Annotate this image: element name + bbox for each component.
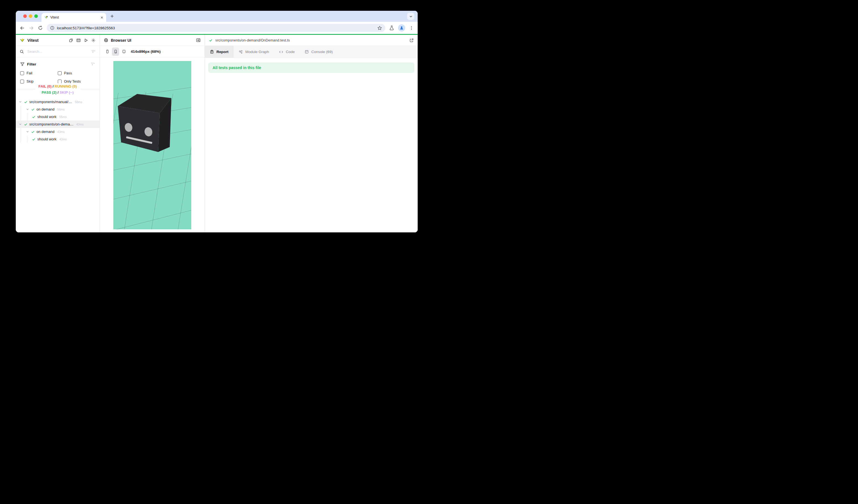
filter-funnel-icon <box>20 62 25 66</box>
collapse-panel-icon[interactable] <box>196 38 201 43</box>
current-file-path: src/components/on-demand/OnDemand.test.t… <box>215 38 290 42</box>
url-bar[interactable]: localhost:5173/#/?file=1828625563 <box>47 24 385 32</box>
reload-button[interactable] <box>38 26 43 30</box>
tab-close-icon[interactable] <box>100 16 104 19</box>
browser-ui-title: Browser UI <box>111 38 131 43</box>
open-external-icon[interactable] <box>409 38 414 43</box>
new-tab-button[interactable] <box>110 14 114 18</box>
theme-sun-icon[interactable] <box>91 38 96 43</box>
pass-check-icon <box>32 137 36 141</box>
back-button[interactable] <box>20 26 25 31</box>
pass-check-icon <box>24 123 28 126</box>
tab-code[interactable]: Code <box>274 46 300 58</box>
tab-search-chevron-button[interactable] <box>407 13 414 20</box>
summary-running: RUNNING (0) <box>55 84 77 88</box>
clear-search-filter-icon[interactable] <box>91 49 96 54</box>
summary-skip: SKIP (--) <box>60 91 74 95</box>
filter-option-pass[interactable]: Pass <box>58 71 95 75</box>
forward-button[interactable] <box>29 26 34 31</box>
clipboard-icon <box>210 50 214 54</box>
pass-check-icon <box>24 100 28 104</box>
viewport-size-label: 414x896px (68%) <box>131 49 161 54</box>
indent-guide <box>20 128 21 143</box>
vitest-favicon-icon <box>44 15 48 19</box>
console-icon <box>305 50 309 54</box>
device-phone-plus-button[interactable] <box>112 48 119 56</box>
run-tests-play-icon[interactable] <box>84 38 88 43</box>
module-graph-icon <box>239 50 243 54</box>
site-info-icon[interactable] <box>50 26 54 30</box>
browser-toolbar: localhost:5173/#/?file=1828625563 <box>16 22 418 34</box>
tab-strip: Vitest <box>16 11 418 22</box>
close-window-button[interactable] <box>23 14 27 18</box>
code-icon <box>279 50 283 54</box>
minimize-window-button[interactable] <box>29 14 32 18</box>
experiments-flask-icon[interactable] <box>389 26 394 30</box>
vitest-logo-icon <box>20 37 25 43</box>
report-panel: src/components/on-demand/OnDemand.test.t… <box>205 35 418 232</box>
browser-window: Vitest localhost:5173/#/?file=1828625563 <box>16 11 418 232</box>
ungroup-windows-icon[interactable] <box>69 38 73 43</box>
url-text: localhost:5173/#/?file=1828625563 <box>57 26 375 30</box>
tab-module-graph[interactable]: Module Graph <box>234 46 274 58</box>
profile-avatar[interactable] <box>398 24 405 32</box>
pass-check-icon <box>31 108 35 111</box>
search-input[interactable] <box>27 49 89 54</box>
bookmark-star-icon[interactable] <box>377 26 382 30</box>
tree-row-file-on-demand[interactable]: src/components/on-dema… 43ms <box>16 120 99 128</box>
tree-row-suite[interactable]: on demand 43ms <box>16 128 99 135</box>
tab-console[interactable]: Console (69) <box>300 46 337 58</box>
sidebar: Vitest <box>16 35 100 232</box>
dashboard-icon[interactable] <box>76 38 81 43</box>
pass-check-icon <box>31 130 35 134</box>
filter-option-fail[interactable]: Fail <box>20 71 58 75</box>
filter-option-skip[interactable]: Skip <box>20 79 58 83</box>
search-icon <box>20 49 24 54</box>
tree-row-test[interactable]: should work 43ms <box>16 135 99 143</box>
checkbox-only-tests[interactable] <box>58 80 62 83</box>
tab-report[interactable]: Report <box>205 46 234 58</box>
tester-canvas <box>100 58 205 232</box>
chevron-down-icon[interactable] <box>26 108 29 111</box>
filter-option-only-tests[interactable]: Only Tests <box>58 79 95 83</box>
tree-row-suite[interactable]: on demand 56ms <box>16 105 99 113</box>
device-tablet-button[interactable] <box>120 48 127 56</box>
browser-ui-panel: Browser UI 414x896px (68%) <box>100 35 205 232</box>
filter-title: Filter <box>27 62 36 66</box>
checkbox-pass[interactable] <box>58 71 62 75</box>
menu-dots-icon[interactable] <box>409 26 414 30</box>
tree-row-test[interactable]: should work 55ms <box>16 113 99 120</box>
globe-icon <box>104 38 108 43</box>
test-summary: FAIL (0) / RUNNING (0) PASS (2) / SKIP (… <box>16 83 99 96</box>
checkbox-skip[interactable] <box>20 80 24 83</box>
browser-tab-vitest[interactable]: Vitest <box>42 13 106 22</box>
pass-check-icon <box>209 38 213 42</box>
clear-filter-icon[interactable] <box>91 62 95 66</box>
app-title: Vitest <box>27 38 39 43</box>
search-bar <box>16 46 99 58</box>
test-tree: src/components/manual/… 56ms on demand 5… <box>16 96 99 232</box>
tree-row-file-manual[interactable]: src/components/manual/… 56ms <box>16 98 99 105</box>
chevron-down-icon[interactable] <box>18 100 22 103</box>
tab-title: Vitest <box>50 15 98 19</box>
cube-head <box>118 94 171 152</box>
all-tests-passed-banner: All tests passed in this file <box>208 63 414 73</box>
rendered-scene <box>113 61 191 229</box>
report-content: All tests passed in this file <box>205 58 418 232</box>
summary-fail: FAIL (0) <box>38 84 51 88</box>
test-viewport[interactable] <box>113 61 191 229</box>
chevron-down-icon[interactable] <box>18 123 22 126</box>
device-phone-small-button[interactable] <box>104 48 111 56</box>
zoom-window-button[interactable] <box>34 14 38 18</box>
indent-guide <box>20 105 21 120</box>
summary-pass: PASS (2) <box>42 91 57 95</box>
checkbox-fail[interactable] <box>20 71 24 75</box>
chevron-down-icon[interactable] <box>26 130 29 133</box>
pass-check-icon <box>32 115 36 119</box>
report-tab-bar: Report Module Graph Code <box>205 46 418 58</box>
